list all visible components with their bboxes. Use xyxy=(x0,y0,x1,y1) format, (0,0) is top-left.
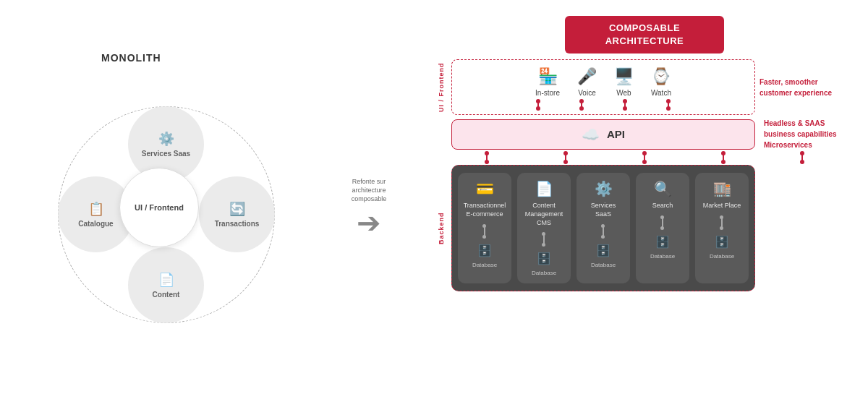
search-icon: 🔍 xyxy=(654,180,672,197)
db-icon-2: 🗄️ xyxy=(537,252,551,265)
content-icon: 📄 xyxy=(158,272,174,288)
composable-title-line1: COMPOSABLE xyxy=(609,22,680,33)
channel-watch: ⌚ Watch xyxy=(651,67,671,97)
instore-label: In-store xyxy=(535,89,560,97)
cms-label: ContentManagementCMS xyxy=(525,202,563,227)
catalogue-icon: 📋 xyxy=(88,201,104,217)
transactions-icon: 🔄 xyxy=(229,201,245,217)
composable-section: COMPOSABLE ARCHITECTURE UI / Frontend xyxy=(420,9,854,406)
petal-content: 📄 Content xyxy=(128,247,204,323)
backend-card-marketplace: 🏬 Market Place 🗄️ Database xyxy=(695,173,749,283)
faster-text-box: Faster, smoothercustomer experience xyxy=(760,59,854,115)
services-saas-label: ServicesSaaS xyxy=(591,202,616,218)
services-icon: ⚙️ xyxy=(158,131,174,147)
ui-frontend-side-label: UI / Frontend xyxy=(435,59,447,115)
composable-header: COMPOSABLE ARCHITECTURE xyxy=(565,16,724,54)
arrow-label: Refonte sur architecture composable xyxy=(352,178,387,203)
backend-side-label: Backend xyxy=(435,165,447,291)
transactions-label: Transactions xyxy=(215,220,260,228)
db-icon-4: 🗄️ xyxy=(655,235,670,249)
ui-connectors xyxy=(461,101,746,108)
web-label: Web xyxy=(616,89,631,97)
backend-card-search: 🔍 Search 🗄️ Database xyxy=(636,173,689,283)
transactionnel-icon: 💳 xyxy=(476,180,494,197)
api-cloud-icon: ☁️ xyxy=(582,126,600,143)
db-label-1: Database xyxy=(472,262,497,268)
voice-label: Voice xyxy=(578,89,595,97)
web-icon: 🖥️ xyxy=(614,67,634,86)
arrow-section: Refonte sur architecture composable ➔ xyxy=(333,178,405,236)
api-row: ☁️ API Headless & SAASbusiness capabilit… xyxy=(435,118,854,150)
instore-icon: 🏪 xyxy=(538,67,558,86)
services-label: Services Saas xyxy=(142,150,190,158)
petal-transactions: 🔄 Transactions xyxy=(199,176,275,252)
transactionnel-label: TransactionnelE-commerce xyxy=(464,202,506,218)
api-label: API xyxy=(607,128,625,140)
monolith-diagram: ⚙️ Services Saas 🔄 Transactions 📄 Conten… xyxy=(51,99,282,330)
db-label-3: Database xyxy=(591,262,616,268)
backend-card-cms: 📄 ContentManagementCMS 🗄️ Database xyxy=(517,173,571,283)
backend-cards-container: 💳 TransactionnelE-commerce 🗄️ Database xyxy=(451,165,755,291)
api-box: ☁️ API xyxy=(451,119,755,150)
db-label-4: Database xyxy=(650,253,675,260)
search-label: Search xyxy=(652,202,673,210)
watch-icon: ⌚ xyxy=(651,67,671,86)
db-label-2: Database xyxy=(532,270,556,276)
marketplace-icon: 🏬 xyxy=(713,180,731,197)
channel-instore: 🏪 In-store xyxy=(535,67,560,97)
headless-text: Headless & SAASbusiness capabilitiesMicr… xyxy=(764,118,837,150)
api-backend-connectors xyxy=(435,153,854,162)
channel-voice: 🎤 Voice xyxy=(577,67,597,97)
monolith-section: MONOLITH ⚙️ Services Saas 🔄 Transactions… xyxy=(14,9,318,406)
cms-icon: 📄 xyxy=(535,180,553,197)
headless-text-box: Headless & SAASbusiness capabilitiesMicr… xyxy=(760,118,854,150)
content-label: Content xyxy=(153,291,180,299)
faster-text: Faster, smoothercustomer experience xyxy=(760,77,832,98)
arrow-symbol: ➔ xyxy=(357,208,381,237)
monolith-label: MONOLITH xyxy=(101,52,161,64)
marketplace-label: Market Place xyxy=(703,202,741,210)
db-icon-5: 🗄️ xyxy=(715,235,729,249)
catalogue-label: Catalogue xyxy=(78,220,113,228)
backend-row: Backend 💳 TransactionnelE-commerce 🗄️ xyxy=(435,165,854,291)
watch-label: Watch xyxy=(651,89,671,97)
db-icon-1: 🗄️ xyxy=(477,244,492,257)
channels-row: 🏪 In-store 🎤 Voice 🖥️ Web xyxy=(461,67,746,97)
db-label-5: Database xyxy=(710,253,734,260)
channel-web: 🖥️ Web xyxy=(614,67,634,97)
center-circle: UI / Frontend xyxy=(119,168,199,247)
voice-icon: 🎤 xyxy=(577,67,597,86)
composable-title-line2: ARCHITECTURE xyxy=(605,35,684,46)
ui-frontend-box: 🏪 In-store 🎤 Voice 🖥️ Web xyxy=(451,59,755,115)
backend-card-services-saas: ⚙️ ServicesSaaS 🗄️ Database xyxy=(576,173,630,283)
backend-card-transactionnel: 💳 TransactionnelE-commerce 🗄️ Database xyxy=(458,173,511,283)
services-saas-icon: ⚙️ xyxy=(595,180,613,197)
db-icon-3: 🗄️ xyxy=(596,244,610,257)
center-label: UI / Frontend xyxy=(135,202,184,213)
